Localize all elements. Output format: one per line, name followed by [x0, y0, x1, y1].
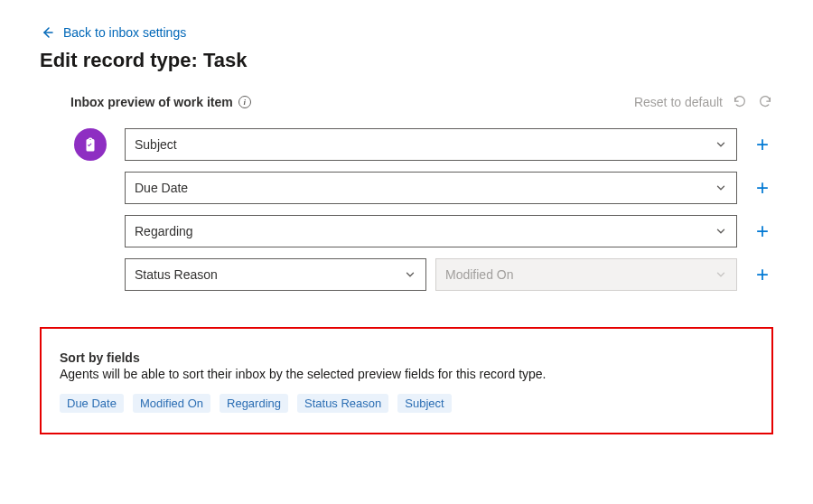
- sort-by-fields-section: Sort by fields Agents will be able to so…: [40, 327, 773, 434]
- clipboard-icon: [74, 128, 107, 161]
- preview-row-4: Status Reason Modified On +: [70, 258, 773, 291]
- field-select-due-date[interactable]: Due Date: [125, 172, 737, 204]
- field-select-regarding[interactable]: Regarding: [125, 215, 737, 247]
- field-select-label: Modified On: [445, 267, 513, 282]
- page-title: Edit record type: Task: [40, 49, 773, 72]
- sort-section-title: Sort by fields: [60, 350, 753, 365]
- add-field-button[interactable]: +: [752, 134, 773, 155]
- field-select-label: Status Reason: [135, 267, 218, 282]
- preview-row-1: Subject +: [70, 128, 773, 161]
- add-field-button[interactable]: +: [752, 220, 773, 242]
- undo-icon[interactable]: [732, 94, 748, 110]
- field-select-label: Due Date: [135, 181, 188, 195]
- redo-icon[interactable]: [757, 94, 773, 110]
- sort-chip[interactable]: Regarding: [220, 394, 288, 413]
- chevron-down-icon: [715, 268, 727, 281]
- back-link-label: Back to inbox settings: [63, 25, 186, 40]
- chevron-down-icon: [715, 138, 727, 151]
- info-icon[interactable]: i: [238, 96, 251, 108]
- sort-chip[interactable]: Modified On: [133, 394, 210, 413]
- field-select-modified-on: Modified On: [435, 258, 737, 291]
- sort-chip[interactable]: Subject: [397, 394, 451, 413]
- preview-row-3: Regarding +: [70, 215, 773, 247]
- add-field-button[interactable]: +: [752, 177, 773, 199]
- sort-chip[interactable]: Due Date: [60, 394, 124, 413]
- sort-section-desc: Agents will be able to sort their inbox …: [60, 367, 753, 381]
- chevron-down-icon: [715, 182, 727, 194]
- add-field-button[interactable]: +: [752, 264, 773, 285]
- preview-section-label: Inbox preview of work item: [70, 95, 233, 109]
- sort-chip[interactable]: Status Reason: [297, 394, 388, 413]
- chevron-down-icon: [404, 268, 416, 281]
- chevron-down-icon: [715, 225, 727, 238]
- preview-row-2: Due Date +: [70, 172, 773, 204]
- field-select-label: Regarding: [135, 224, 193, 238]
- arrow-left-icon: [40, 25, 54, 40]
- field-select-label: Subject: [135, 137, 177, 152]
- back-link[interactable]: Back to inbox settings: [40, 25, 773, 40]
- field-select-subject[interactable]: Subject: [125, 128, 737, 161]
- field-select-status-reason[interactable]: Status Reason: [125, 258, 426, 291]
- reset-to-default-link[interactable]: Reset to default: [634, 95, 723, 109]
